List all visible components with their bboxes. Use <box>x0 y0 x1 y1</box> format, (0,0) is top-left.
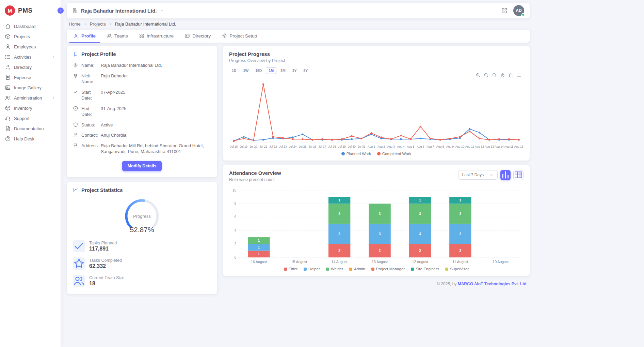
legend-item-project-manager[interactable]: Project Manager <box>371 267 405 271</box>
sidebar-item-label: Documentation <box>14 126 44 131</box>
table-view-toggle-button[interactable] <box>513 170 524 180</box>
breadcrumb-item-projects[interactable]: Projects <box>90 21 106 27</box>
sidebar-item-expense[interactable]: Expense <box>0 72 61 82</box>
sidebar-item-directory[interactable]: Directory <box>0 62 61 72</box>
svg-text:10 August: 10 August <box>493 260 509 264</box>
svg-text:Aug 15: Aug 15 <box>504 145 514 148</box>
tab-bar: ProfileTeamsInfrastructureDirectoryProje… <box>67 30 530 43</box>
sidebar-item-activities[interactable]: Activities <box>0 52 61 62</box>
svg-text:1: 1 <box>258 239 260 242</box>
range-button-5y[interactable]: 5Y <box>301 67 310 74</box>
tab-label: Profile <box>81 33 96 39</box>
svg-text:3: 3 <box>338 212 340 215</box>
tab-label: Infrastructure <box>147 33 174 39</box>
users-icon <box>73 275 85 287</box>
modify-details-button[interactable]: Modify Details <box>122 161 162 171</box>
grid-icon <box>139 33 144 39</box>
sidebar-item-administration[interactable]: Administration <box>0 93 61 103</box>
range-button-15d[interactable]: 15D <box>253 67 264 74</box>
chart-menu-icon[interactable] <box>516 73 521 78</box>
chevron-right-icon <box>51 96 56 100</box>
svg-text:Jul 30: Jul 30 <box>348 145 356 148</box>
sidebar-item-employees[interactable]: Employees <box>0 42 61 52</box>
sidebar-item-help-desk[interactable]: Help Desk <box>0 134 61 144</box>
range-button-1y[interactable]: 1Y <box>290 67 300 74</box>
sidebar-collapse-button[interactable] <box>57 7 64 14</box>
id-card-icon <box>184 33 190 39</box>
svg-text:Aug 6: Aug 6 <box>417 145 424 148</box>
sidebar-item-documentation[interactable]: Documentation <box>0 123 61 134</box>
range-button-3m[interactable]: 3M <box>278 67 288 74</box>
sidebar-item-projects[interactable]: Projects <box>0 31 61 42</box>
range-select[interactable]: Last 7 Days <box>458 170 498 180</box>
stat-label: Tasks Planned <box>89 241 117 245</box>
range-button-1m[interactable]: 1M <box>266 67 276 74</box>
legend-item-welder[interactable]: Welder <box>326 267 343 271</box>
sidebar-item-inventory[interactable]: Inventory <box>0 103 61 113</box>
legend-swatch <box>304 268 307 271</box>
svg-text:Aug 2: Aug 2 <box>377 145 385 148</box>
legend-item-admin[interactable]: Admin <box>349 267 365 271</box>
avatar[interactable]: AD <box>513 5 524 16</box>
gear-icon <box>73 62 78 68</box>
attendance-card-subtitle: Role-wise present count <box>229 177 281 182</box>
legend-label: Helper <box>308 267 320 271</box>
chevron-right-icon <box>83 22 87 26</box>
check-icon <box>73 89 78 95</box>
tab-infrastructure[interactable]: Infrastructure <box>135 30 178 43</box>
legend-item-supervisor[interactable]: Supervisor <box>445 267 469 271</box>
range-button-1w[interactable]: 1W <box>240 67 251 74</box>
app-logo[interactable]: M PMS <box>0 0 61 20</box>
legend-swatch <box>284 268 287 271</box>
home-icon <box>5 23 11 29</box>
chevron-down-icon <box>160 9 164 13</box>
legend-item-site-engineer[interactable]: Site Engineer <box>411 267 439 271</box>
selection-zoom-icon[interactable] <box>492 73 497 78</box>
profile-field-value: Raja Bahadur International Ltd. <box>101 62 211 69</box>
help-icon <box>5 136 11 142</box>
svg-text:16 August: 16 August <box>251 260 267 264</box>
tab-profile[interactable]: Profile <box>69 30 100 43</box>
sidebar-item-support[interactable]: Support <box>0 113 61 123</box>
profile-card-title: Project Profile <box>81 51 116 57</box>
sidebar-item-image-gallery[interactable]: Image Gallery <box>0 82 61 93</box>
svg-text:Jul 26: Jul 26 <box>309 145 317 148</box>
svg-text:2: 2 <box>338 249 340 253</box>
wifi-icon <box>73 73 78 78</box>
legend-item-planned-work[interactable]: Planned Work <box>341 152 371 156</box>
tab-project-setup[interactable]: Project Setup <box>218 30 261 43</box>
footer-link[interactable]: MARCO AIoT Technologies Pvt. Ltd. <box>458 282 528 286</box>
x-circle-icon <box>73 106 78 111</box>
svg-text:3: 3 <box>379 212 381 215</box>
svg-text:52.87%: 52.87% <box>130 226 154 233</box>
project-statistics-card: Project Statistics Progress52.87% Tasks … <box>67 182 217 294</box>
zoom-in-icon[interactable] <box>476 73 481 78</box>
pan-icon[interactable] <box>500 73 505 78</box>
svg-text:Aug 1: Aug 1 <box>368 145 375 148</box>
bar-view-toggle-button[interactable] <box>500 170 511 180</box>
star-icon <box>73 257 85 270</box>
tab-directory[interactable]: Directory <box>180 30 215 43</box>
sidebar-item-label: Employees <box>14 44 36 49</box>
reset-zoom-home-icon[interactable] <box>508 73 513 78</box>
svg-text:2: 2 <box>419 249 421 253</box>
range-button-1d[interactable]: 1D <box>229 67 239 74</box>
profile-field-start-date: Start Date:07-Apr-2025 <box>73 89 211 101</box>
company-selector[interactable]: Raja Bahadur International Ltd. <box>72 8 164 14</box>
sidebar-item-dashboard[interactable]: Dashboard <box>0 21 61 31</box>
zoom-out-icon[interactable] <box>484 73 489 78</box>
legend-dot <box>377 152 381 155</box>
svg-text:Aug 12: Aug 12 <box>475 145 484 148</box>
breadcrumb-item-home[interactable]: Home <box>69 21 81 27</box>
tab-teams[interactable]: Teams <box>102 30 132 43</box>
legend-label: Welder <box>331 267 343 271</box>
svg-text:12 August: 12 August <box>412 260 428 264</box>
svg-text:3: 3 <box>419 232 421 236</box>
sidebar-item-label: Dashboard <box>14 24 36 29</box>
legend-item-completed-work[interactable]: Completed Work <box>377 152 411 156</box>
profile-field-value: Active <box>101 122 211 128</box>
legend-item-helper[interactable]: Helper <box>304 267 320 271</box>
svg-text:Aug 9: Aug 9 <box>446 145 454 148</box>
legend-item-fitter[interactable]: Fitter <box>284 267 297 271</box>
apps-grid-icon[interactable] <box>501 7 508 14</box>
